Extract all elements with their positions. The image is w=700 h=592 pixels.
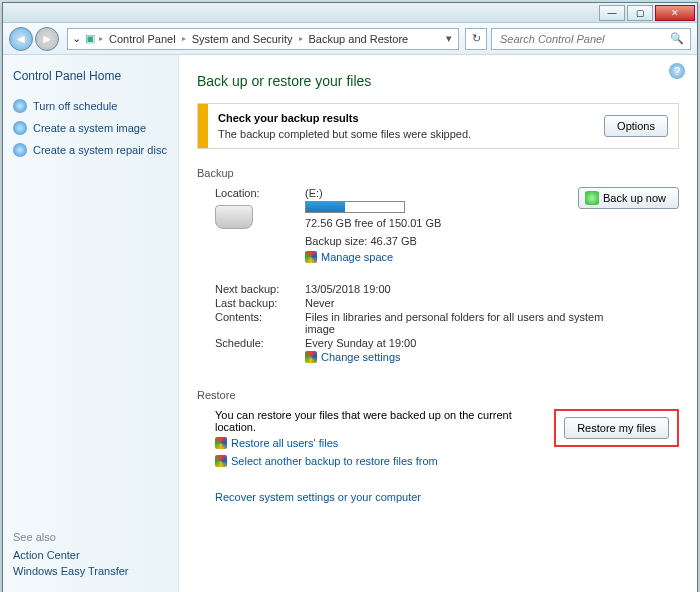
alert-title: Check your backup results (218, 112, 584, 124)
breadcrumb-control-panel[interactable]: Control Panel (103, 33, 182, 45)
sidebar: Control Panel Home Turn off schedule Cre… (3, 55, 179, 592)
link-label: Change settings (321, 351, 401, 363)
select-another-backup-link[interactable]: Select another backup to restore files f… (215, 455, 438, 467)
breadcrumb-backup-restore[interactable]: Backup and Restore (303, 33, 415, 45)
space-progress (305, 201, 405, 213)
location-value: (E:) (305, 187, 578, 199)
control-panel-home-link[interactable]: Control Panel Home (13, 69, 168, 83)
button-label: Back up now (603, 192, 666, 204)
contents-value: Files in libraries and personal folders … (305, 311, 605, 335)
link-label: Select another backup to restore files f… (231, 455, 438, 467)
see-also: See also Action Center Windows Easy Tran… (13, 511, 168, 581)
see-also-heading: See also (13, 531, 168, 543)
location-label: Location: (215, 187, 305, 199)
link-label: Manage space (321, 251, 393, 263)
cp-icon: ▣ (81, 32, 99, 45)
backup-size-text: Backup size: 46.37 GB (305, 235, 578, 247)
recover-system-link[interactable]: Recover system settings or your computer (215, 491, 421, 503)
window: — ▢ ✕ ◄ ► ⌄ ▣ ▸ Control Panel ▸ System a… (2, 2, 698, 592)
link-label: Restore all users' files (231, 437, 338, 449)
address-dropdown[interactable]: ▾ (440, 32, 458, 45)
alert-body: Check your backup results The backup com… (208, 104, 594, 148)
help-button[interactable]: ? (669, 63, 685, 79)
shield-icon (305, 251, 317, 263)
back-up-now-button[interactable]: Back up now (578, 187, 679, 209)
last-backup-value: Never (305, 297, 679, 309)
titlebar: — ▢ ✕ (3, 3, 697, 23)
shield-icon (13, 143, 27, 157)
sidebar-link-label: Turn off schedule (33, 100, 117, 112)
drive-icon (215, 205, 253, 229)
sidebar-link-create-repair-disc[interactable]: Create a system repair disc (13, 143, 168, 157)
backup-heading: Backup (197, 167, 679, 179)
body: Control Panel Home Turn off schedule Cre… (3, 55, 697, 592)
restore-highlight: Restore my files (554, 409, 679, 447)
shield-icon (215, 437, 227, 449)
breadcrumb-system-security[interactable]: System and Security (186, 33, 299, 45)
alert-color-bar (198, 104, 208, 148)
restore-heading: Restore (197, 389, 679, 401)
shield-icon (305, 351, 317, 363)
alert-box: Check your backup results The backup com… (197, 103, 679, 149)
shield-icon (13, 99, 27, 113)
restore-all-users-link[interactable]: Restore all users' files (215, 437, 338, 449)
search-input[interactable] (498, 32, 670, 46)
sidebar-link-create-system-image[interactable]: Create a system image (13, 121, 168, 135)
change-settings-link[interactable]: Change settings (305, 351, 401, 363)
address-bar[interactable]: ⌄ ▣ ▸ Control Panel ▸ System and Securit… (67, 28, 459, 50)
next-backup-label: Next backup: (215, 283, 305, 295)
restore-my-files-button[interactable]: Restore my files (564, 417, 669, 439)
see-also-action-center[interactable]: Action Center (13, 549, 168, 561)
nav-back-button[interactable]: ◄ (9, 27, 33, 51)
navbar: ◄ ► ⌄ ▣ ▸ Control Panel ▸ System and Sec… (3, 23, 697, 55)
backup-icon (585, 191, 599, 205)
alert-message: The backup completed but some files were… (218, 128, 584, 140)
contents-label: Contents: (215, 311, 305, 335)
sidebar-link-turn-off-schedule[interactable]: Turn off schedule (13, 99, 168, 113)
search-icon[interactable]: 🔍 (670, 32, 684, 45)
minimize-button[interactable]: — (599, 5, 625, 21)
close-button[interactable]: ✕ (655, 5, 695, 21)
search-box[interactable]: 🔍 (491, 28, 691, 50)
last-backup-label: Last backup: (215, 297, 305, 309)
schedule-value: Every Sunday at 19:00 (305, 337, 679, 349)
main-content: ? Back up or restore your files Check yo… (179, 55, 697, 592)
refresh-button[interactable]: ↻ (465, 28, 487, 50)
options-button[interactable]: Options (604, 115, 668, 137)
maximize-button[interactable]: ▢ (627, 5, 653, 21)
shield-icon (215, 455, 227, 467)
recent-locations-icon[interactable]: ⌄ (68, 32, 81, 45)
manage-space-link[interactable]: Manage space (305, 251, 393, 263)
free-space-text: 72.56 GB free of 150.01 GB (305, 217, 578, 229)
sidebar-link-label: Create a system image (33, 122, 146, 134)
next-backup-value: 13/05/2018 19:00 (305, 283, 679, 295)
sidebar-link-label: Create a system repair disc (33, 144, 167, 156)
schedule-label: Schedule: (215, 337, 305, 349)
nav-forward-button[interactable]: ► (35, 27, 59, 51)
shield-icon (13, 121, 27, 135)
page-title: Back up or restore your files (197, 73, 679, 89)
see-also-easy-transfer[interactable]: Windows Easy Transfer (13, 565, 168, 577)
